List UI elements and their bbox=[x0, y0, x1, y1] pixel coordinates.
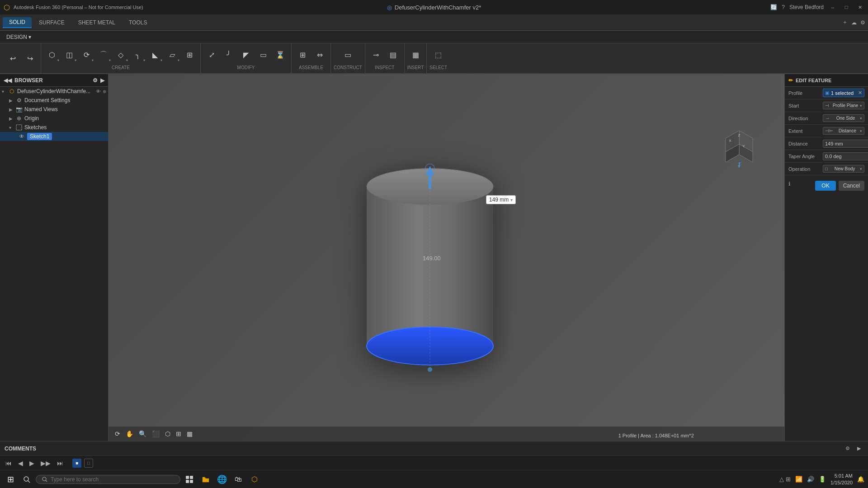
new-tab-btn[interactable]: ＋ bbox=[842, 19, 848, 26]
align-btn[interactable]: ⇔ bbox=[311, 47, 328, 63]
network-icon[interactable]: 📶 bbox=[795, 476, 802, 483]
volume-icon[interactable]: 🔊 bbox=[807, 476, 814, 483]
inspect-buttons: ⊸ ▤ bbox=[368, 47, 401, 63]
select-btn[interactable]: ⬚ bbox=[430, 47, 447, 63]
tree-named-views[interactable]: ▶ 📷 Named Views bbox=[0, 105, 108, 114]
tree-sketch1[interactable]: 👁 Sketch1 bbox=[0, 132, 108, 141]
press-pull-btn[interactable]: ⤢ bbox=[203, 47, 220, 63]
shell2-btn[interactable]: ▭ bbox=[255, 47, 271, 63]
orientation-cube[interactable]: Y X Z Z bbox=[721, 128, 757, 164]
display-settings-btn[interactable]: ▦ bbox=[185, 429, 194, 438]
start-select[interactable]: ⊣ Profile Plane ▾ bbox=[823, 102, 864, 109]
tree-root[interactable]: ▾ ⬡ DefuserCylinderWithChamfe... 👁 ⊕ bbox=[0, 87, 108, 96]
dim-dropdown-arrow[interactable]: ▾ bbox=[510, 197, 513, 202]
taper-input[interactable] bbox=[823, 152, 868, 160]
tree-sketches[interactable]: ▾ Sketches bbox=[0, 123, 108, 132]
section-analysis-btn[interactable]: ▤ bbox=[385, 47, 401, 63]
doc-expand[interactable]: ▶ bbox=[9, 98, 15, 103]
tree-origin[interactable]: ▶ ⊕ Origin bbox=[0, 114, 108, 123]
chrome-btn[interactable]: 🌐 bbox=[215, 472, 229, 487]
tab-tools[interactable]: TOOLS bbox=[123, 18, 153, 28]
fillet2-btn[interactable]: ╯ bbox=[221, 47, 237, 63]
task-view-btn[interactable] bbox=[182, 472, 197, 487]
measure-btn[interactable]: ⊸ bbox=[368, 47, 384, 63]
taskbar-search-input[interactable] bbox=[51, 476, 168, 483]
eye-icon[interactable]: 👁 bbox=[18, 133, 25, 140]
timeline-start-btn[interactable]: ⏮ bbox=[4, 459, 14, 468]
cloud-icon[interactable]: ☁ bbox=[851, 19, 857, 26]
root-expand[interactable]: ▾ bbox=[2, 89, 8, 94]
tab-surface[interactable]: SURFACE bbox=[33, 18, 71, 28]
ok-button[interactable]: OK bbox=[815, 181, 835, 191]
fit-btn[interactable]: ⬛ bbox=[150, 429, 161, 438]
comments-settings-icon[interactable]: ⚙ bbox=[843, 446, 853, 451]
tab-sheet-metal[interactable]: SHEET METAL bbox=[72, 18, 122, 28]
extrude-btn[interactable]: ◫ bbox=[61, 47, 77, 63]
store-btn[interactable]: 🛍 bbox=[231, 472, 245, 487]
taskbar-search-icon bbox=[42, 476, 48, 483]
insert-mesh-btn[interactable]: ▦ bbox=[407, 47, 424, 63]
redo-btn[interactable]: ↪ bbox=[22, 50, 38, 66]
draft-btn[interactable]: ⌛ bbox=[272, 47, 288, 63]
browser-collapse-icon[interactable]: ◀◀ bbox=[4, 77, 12, 84]
browser-expand-icon[interactable]: ▶ bbox=[100, 77, 104, 84]
pan-btn[interactable]: ✋ bbox=[124, 429, 135, 438]
more-create-btn[interactable]: ⊞ bbox=[181, 47, 198, 63]
orbit-btn[interactable]: ⟳ bbox=[113, 429, 122, 438]
loft-btn[interactable]: ◇ bbox=[113, 47, 129, 63]
profile-clear-btn[interactable]: ✕ bbox=[858, 90, 862, 96]
sketches-expand[interactable]: ▾ bbox=[9, 125, 15, 130]
distance-label: Distance bbox=[788, 141, 820, 146]
view-cube-btn[interactable]: ⬡ bbox=[163, 429, 172, 438]
tab-solid[interactable]: SOLID bbox=[3, 17, 32, 28]
grid-btn[interactable]: ⊞ bbox=[174, 429, 183, 438]
timeline-next-btn[interactable]: ▶▶ bbox=[39, 459, 52, 468]
direction-select[interactable]: → One Side ▾ bbox=[823, 114, 864, 122]
timeline-prev-btn[interactable]: ◀ bbox=[16, 459, 25, 468]
origin-expand[interactable]: ▶ bbox=[9, 116, 15, 121]
cancel-button[interactable]: Cancel bbox=[839, 181, 864, 191]
sync-icon[interactable]: 🔄 bbox=[770, 4, 777, 10]
timeline-end-btn[interactable]: ⏭ bbox=[55, 459, 65, 468]
comments-expand-icon[interactable]: ▶ bbox=[854, 446, 863, 451]
sweep-btn[interactable]: ⌒ bbox=[95, 47, 112, 63]
close-btn[interactable]: ✕ bbox=[855, 5, 864, 10]
undo-btn[interactable]: ↩ bbox=[5, 50, 21, 66]
minimize-btn[interactable]: – bbox=[828, 5, 837, 10]
timeline-play-btn[interactable]: ▶ bbox=[28, 459, 36, 468]
maximize-btn[interactable]: □ bbox=[842, 5, 851, 10]
timeline-marker-2[interactable]: □ bbox=[84, 459, 93, 468]
tree-doc-settings[interactable]: ▶ ⚙ Document Settings bbox=[0, 96, 108, 105]
operation-select[interactable]: □ New Body ▾ bbox=[823, 165, 864, 173]
viewport[interactable]: 149 mm ▾ 149.00 Y X Z bbox=[108, 74, 784, 441]
file-explorer-btn[interactable] bbox=[198, 472, 213, 487]
timeline-marker-1[interactable]: ■ bbox=[72, 459, 81, 468]
distance-input[interactable] bbox=[823, 140, 868, 148]
help-icon[interactable]: ? bbox=[782, 4, 785, 10]
fillet-btn[interactable]: ╮ bbox=[130, 47, 146, 63]
svg-rect-6 bbox=[429, 175, 431, 189]
zoom-btn[interactable]: 🔍 bbox=[137, 429, 148, 438]
dimension-popup[interactable]: 149 mm ▾ bbox=[486, 195, 516, 204]
info-icon[interactable]: ℹ bbox=[788, 181, 791, 191]
root-options[interactable]: ⊕ bbox=[103, 89, 106, 94]
root-eye[interactable]: 👁 bbox=[96, 89, 101, 94]
app-logo: ⬡ bbox=[4, 3, 10, 12]
fusion-btn[interactable]: ⬡ bbox=[247, 472, 262, 487]
revolve-btn[interactable]: ⟳ bbox=[78, 47, 94, 63]
chamfer2-btn[interactable]: ◤ bbox=[238, 47, 254, 63]
joint-btn[interactable]: ⊞ bbox=[294, 47, 311, 63]
menu-design[interactable]: DESIGN ▾ bbox=[2, 33, 36, 41]
shell-btn[interactable]: ▱ bbox=[164, 47, 180, 63]
chamfer-btn[interactable]: ◣ bbox=[147, 47, 163, 63]
profile-value[interactable]: ▣ 1 selected ✕ bbox=[823, 89, 864, 97]
named-views-expand[interactable]: ▶ bbox=[9, 107, 15, 112]
offset-plane-btn[interactable]: ▭ bbox=[340, 47, 356, 63]
notifications-btn[interactable]: 🔔 bbox=[857, 476, 864, 483]
browser-settings-icon[interactable]: ⚙ bbox=[93, 77, 98, 84]
new-component-btn[interactable]: ⬡ bbox=[44, 47, 60, 63]
tab-settings-icon[interactable]: ⚙ bbox=[860, 19, 865, 26]
taskbar-search-bar[interactable] bbox=[36, 475, 180, 484]
extent-select[interactable]: ⊣⊢ Distance ▾ bbox=[823, 127, 864, 135]
windows-start-btn[interactable]: ⊞ bbox=[4, 473, 18, 486]
